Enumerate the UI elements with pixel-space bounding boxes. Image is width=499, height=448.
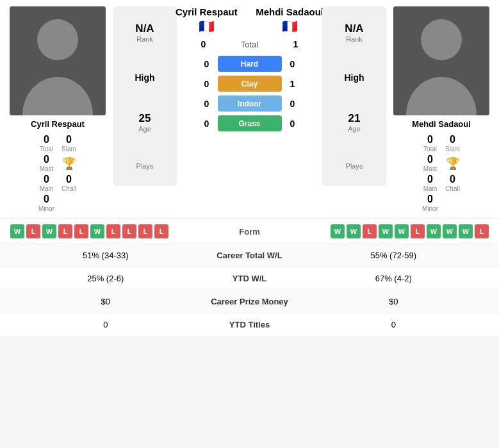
grass-surface-btn[interactable]: Grass (218, 115, 282, 131)
player2-mast-label: Mast (423, 165, 438, 172)
p2-badges-badge-8: W (459, 224, 473, 238)
player1-name: Cyril Respaut (31, 119, 85, 129)
player2-main-value: 0 (427, 174, 433, 185)
player2-avatar (393, 6, 489, 115)
p1-grass-score: 0 (201, 119, 213, 129)
player2-minor-label: Minor (422, 205, 438, 212)
career-label-3: YTD Titles (199, 320, 301, 329)
indoor-surface-btn[interactable]: Indoor (218, 95, 282, 112)
player2-slam-label: Slam (445, 145, 460, 153)
main-container: Cyril Respaut 0 Total 0 Slam 0 Mast (0, 0, 499, 336)
player1-chall-value: 0 (66, 174, 72, 185)
p1-badges-badge-1: L (26, 224, 40, 238)
total-label: Total (215, 40, 285, 49)
player2-slam-stat: 0 Slam (445, 134, 461, 153)
career-label-2: Career Prize Money (199, 297, 301, 306)
p2-badges-badge-3: W (379, 224, 393, 238)
player1-main-value: 0 (44, 174, 49, 185)
player1-high-value: High (135, 72, 154, 83)
p1-badges-badge-5: W (90, 224, 104, 238)
center-section: Cyril Respaut 🇫🇷 Mehdi Sadaoui 🇫🇷 0 Tota… (176, 6, 323, 212)
player1-main-stat: 0 Main (38, 174, 54, 192)
player1-plays-label: Plays (136, 162, 154, 170)
career-p2-1: 67% (4-2) (301, 274, 487, 283)
player2-age-value: 21 (348, 112, 361, 125)
p1-hard-score: 0 (201, 59, 213, 69)
career-stats: 51% (34-33) Career Total W/L 55% (72-59)… (0, 244, 499, 336)
player2-total-value: 0 (427, 134, 433, 145)
p2-header-name: Mehdi Sadaoui (256, 6, 323, 17)
player1-mast-stat: 0 Mast (38, 154, 54, 172)
career-p1-3: 0 (13, 320, 199, 329)
p2-indoor-score: 0 (287, 99, 299, 109)
player1-slam-value: 0 (66, 134, 72, 145)
player1-stats: 0 Total 0 Slam 0 Mast 🏆 0 (38, 134, 77, 212)
player1-plays-item: Plays (136, 162, 154, 170)
p2-badges-badge-4: W (395, 224, 409, 238)
clay-surface-btn[interactable]: Clay (218, 76, 282, 92)
p1-indoor-score: 0 (201, 99, 213, 109)
surface-row-hard: 0 Hard 0 (176, 56, 323, 72)
player2-rank-label: Rank (346, 35, 363, 43)
career-p1-2: $0 (13, 297, 199, 306)
p1-form-badges: WLWLLWLLLL (10, 224, 220, 238)
player2-name: Mehdi Sadaoui (412, 119, 471, 129)
player1-rank-item: N/A Rank (135, 22, 154, 43)
p2-clay-score: 1 (287, 79, 299, 89)
p2-badges-badge-9: L (475, 224, 489, 238)
top-wrapper: Cyril Respaut 0 Total 0 Slam 0 Mast (0, 0, 499, 219)
svg-point-4 (421, 19, 462, 60)
career-row-1: 25% (2-6) YTD W/L 67% (4-2) (0, 267, 499, 290)
player2-mast-value: 0 (427, 154, 433, 165)
player1-total-stat: 0 Total (38, 134, 54, 153)
player2-rank-item: N/A Rank (345, 22, 363, 43)
player2-main-stat: 0 Main (422, 174, 438, 192)
player2-main-label: Main (423, 185, 438, 192)
player2-chall-label: Chall (445, 185, 460, 192)
player1-mast-label: Mast (40, 165, 54, 172)
p1-clay-score: 0 (201, 79, 213, 89)
p2-badges-badge-2: L (363, 224, 377, 238)
player2-slam-value: 0 (450, 134, 455, 145)
player2-card: Mehdi Sadaoui 0 Total 0 Slam 0 Mast (390, 6, 493, 212)
player2-trophy-icon: 🏆 (446, 156, 460, 170)
career-row-3: 0 YTD Titles 0 (0, 313, 499, 336)
player2-total-label: Total (423, 145, 437, 153)
player1-age-value: 25 (139, 112, 151, 125)
p2-flag: 🇫🇷 (282, 19, 298, 34)
career-row-0: 51% (34-33) Career Total W/L 55% (72-59) (0, 244, 499, 267)
p2-form-badges: WWLWWLWWWL (279, 224, 489, 238)
player2-high-value: High (344, 72, 364, 83)
player1-main-label: Main (40, 185, 54, 192)
career-row-2: $0 Career Prize Money $0 (0, 290, 499, 313)
player1-trophy-icon: 🏆 (62, 156, 76, 170)
p2-badges-badge-5: L (411, 224, 425, 238)
p1-badges-badge-3: L (58, 224, 72, 238)
p2-badges-badge-6: W (427, 224, 441, 238)
hard-surface-btn[interactable]: Hard (218, 56, 282, 72)
p1-header-name: Cyril Respaut (176, 6, 238, 17)
player2-minor-stat: 0 Minor (422, 194, 438, 212)
player1-rank-label: Rank (136, 35, 153, 43)
player1-minor-label: Minor (38, 205, 54, 212)
career-p1-0: 51% (34-33) (13, 251, 199, 260)
p2-hard-score: 0 (287, 59, 299, 69)
career-p2-3: 0 (301, 320, 487, 329)
player1-high-item: High (135, 72, 154, 83)
player2-trophy-icon-cell: 🏆 (445, 154, 461, 172)
player2-total-stat: 0 Total (422, 134, 438, 153)
player2-right-section: Mehdi Sadaoui 0 Total 0 Slam 0 Mast (329, 6, 493, 212)
player1-age-item: 25 Age (138, 112, 151, 133)
player1-info-box: N/A Rank High 25 Age Plays (113, 6, 177, 186)
player2-chall-stat: 0 Chall (445, 174, 461, 192)
player1-trophy-icon-cell: 🏆 (61, 154, 77, 172)
player1-total-label: Total (40, 145, 53, 153)
player1-total-value: 0 (44, 134, 49, 145)
form-section: WLWLLWLLLL Form WWLWWLWWWL (0, 219, 499, 244)
p2-header: Mehdi Sadaoui 🇫🇷 (256, 6, 323, 34)
player1-mast-value: 0 (44, 154, 49, 165)
player2-rank-value: N/A (345, 22, 363, 35)
player2-age-item: 21 Age (348, 112, 361, 133)
player2-mast-stat: 0 Mast (422, 154, 438, 172)
svg-point-1 (37, 19, 78, 60)
